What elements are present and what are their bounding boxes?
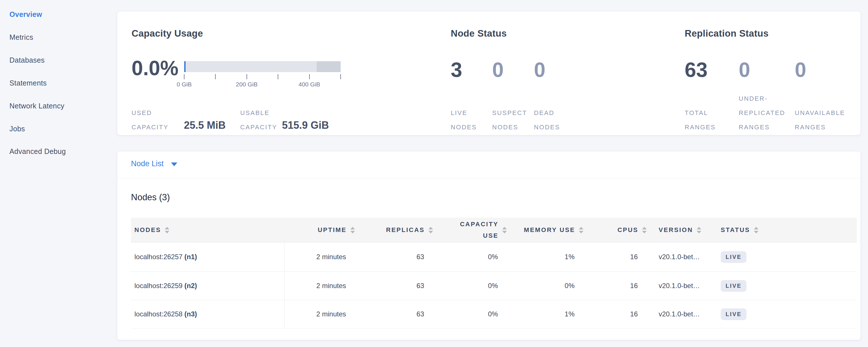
gauge-tick	[184, 74, 184, 79]
gauge-tick	[340, 74, 341, 79]
gauge-tick	[309, 74, 310, 79]
col-header-capacity-use[interactable]: CAPACITYUSE	[460, 218, 507, 242]
gauge-tick	[278, 74, 278, 79]
cell-node-name[interactable]: localhost:26259 (n2)	[134, 272, 197, 300]
node-list-dropdown-label: Node List	[131, 159, 163, 168]
cell-cpus: 16	[630, 272, 638, 300]
sidebar-item-network-latency[interactable]: Network Latency	[9, 102, 64, 112]
replication-stat-label: UNAVAILABLERANGES	[795, 106, 845, 134]
cell-replicas: 63	[416, 242, 424, 272]
replication-stat-label: TOTALRANGES	[685, 106, 716, 134]
col-header-text: CAPACITYUSE	[460, 219, 498, 242]
nodes-table-body: localhost:26257 (n1)2 minutes630%1%16v20…	[131, 242, 857, 328]
sort-icon	[428, 227, 433, 233]
capacity-stat-value: 25.5 MiB	[184, 119, 226, 131]
replication-stat-label: UNDER-REPLICATEDRANGES	[739, 92, 785, 134]
cell-capacity-use: 0%	[488, 242, 498, 272]
cell-node-name[interactable]: localhost:26258 (n3)	[134, 300, 197, 328]
cell-node-name[interactable]: localhost:26257 (n1)	[134, 242, 197, 272]
sort-icon	[642, 227, 647, 233]
capacity-gauge	[184, 61, 341, 72]
cell-status: LIVE	[721, 272, 746, 300]
col-header-text: MEMORY USE	[524, 224, 575, 236]
col-header-status[interactable]: STATUS	[721, 218, 758, 242]
sidebar-item-metrics[interactable]: Metrics	[9, 33, 33, 43]
nodes-table-header: NODESUPTIMEREPLICASCAPACITYUSEMEMORY USE…	[131, 218, 857, 243]
sidebar: OverviewMetricsDatabasesStatementsNetwor…	[0, 0, 116, 347]
overview-page: OverviewMetricsDatabasesStatementsNetwor…	[0, 0, 868, 347]
capacity-stat-value: 515.9 GiB	[282, 119, 329, 131]
cell-cpus: 16	[630, 242, 638, 272]
replication-stat-value: 0	[739, 60, 750, 80]
gauge-tick	[247, 74, 247, 79]
col-header-replicas[interactable]: REPLICAS	[386, 218, 433, 242]
cell-memory-use: 0%	[564, 272, 575, 300]
col-header-text: REPLICAS	[386, 224, 425, 236]
replication-stat-value: 63	[685, 60, 708, 80]
gauge-used-indicator	[184, 61, 186, 72]
node-status-stat-label: DEADNODES	[534, 106, 560, 134]
col-header-text: STATUS	[721, 224, 750, 236]
cell-version: v20.1.0-bet…	[659, 300, 700, 328]
sort-icon	[350, 227, 355, 233]
sidebar-item-databases[interactable]: Databases	[9, 56, 44, 66]
col-header-text: VERSION	[659, 224, 693, 236]
sidebar-item-overview[interactable]: Overview	[9, 10, 42, 20]
col-header-memory-use[interactable]: MEMORY USE	[524, 218, 583, 242]
cell-status: LIVE	[721, 242, 746, 272]
cell-uptime: 2 minutes	[316, 272, 346, 300]
capacity-stat-label: USEDCAPACITY	[131, 106, 168, 134]
cluster-summary-card: Capacity Usage 0.0% 0 GiB200 GiB400 GiB …	[117, 11, 861, 135]
cell-memory-use: 1%	[564, 242, 575, 272]
cell-status: LIVE	[721, 300, 746, 328]
gauge-tick-label: 200 GiB	[236, 81, 258, 88]
col-header-cpus[interactable]: CPUS	[617, 218, 647, 242]
table-row: localhost:26257 (n1)2 minutes630%1%16v20…	[131, 242, 857, 272]
node-status-stat-value: 3	[451, 60, 462, 80]
chevron-down-icon	[171, 162, 177, 166]
replication-stat-value: 0	[795, 60, 806, 80]
gauge-reserved-segment	[317, 61, 341, 72]
sidebar-item-jobs[interactable]: Jobs	[9, 125, 25, 134]
sort-icon	[697, 227, 701, 233]
sidebar-item-statements[interactable]: Statements	[9, 79, 46, 89]
nodes-heading: Nodes (3)	[131, 192, 170, 202]
table-row: localhost:26259 (n2)2 minutes630%0%16v20…	[131, 272, 857, 300]
cell-cpus: 16	[630, 300, 638, 328]
status-badge: LIVE	[721, 280, 746, 292]
status-badge: LIVE	[721, 251, 746, 263]
col-header-text: CPUS	[617, 224, 638, 236]
cell-memory-use: 1%	[564, 300, 575, 328]
capacity-stat-label: USABLECAPACITY	[240, 106, 277, 134]
node-status-stat-label: SUSPECTNODES	[492, 106, 527, 134]
status-badge: LIVE	[721, 308, 746, 320]
capacity-percent-value: 0.0%	[131, 58, 179, 78]
node-status-stat-label: LIVENODES	[451, 106, 477, 134]
cell-capacity-use: 0%	[488, 300, 498, 328]
gauge-tick-label: 400 GiB	[299, 81, 320, 88]
node-status-stat-value: 0	[534, 60, 546, 80]
node-list-card: Node List Nodes (3) NODESUPTIMEREPLICASC…	[117, 151, 861, 340]
col-header-uptime[interactable]: UPTIME	[318, 218, 355, 242]
sort-icon	[502, 227, 507, 233]
gauge-tick	[215, 74, 216, 79]
node-list-dropdown[interactable]: Node List	[131, 159, 177, 168]
cell-version: v20.1.0-bet…	[659, 242, 700, 272]
cell-capacity-use: 0%	[488, 272, 498, 300]
col-header-text: UPTIME	[318, 224, 347, 236]
card-divider	[117, 178, 861, 178]
sidebar-item-advanced-debug[interactable]: Advanced Debug	[9, 147, 66, 157]
cell-uptime: 2 minutes	[316, 300, 346, 328]
col-header-version[interactable]: VERSION	[659, 218, 701, 242]
sort-icon	[754, 227, 758, 233]
col-header-nodes[interactable]: NODES	[134, 218, 169, 242]
sort-icon	[579, 227, 583, 233]
col-header-text: NODES	[134, 224, 161, 236]
cell-uptime: 2 minutes	[316, 242, 346, 272]
column-divider	[284, 242, 285, 328]
cell-replicas: 63	[416, 272, 424, 300]
replication-status-title: Replication Status	[685, 28, 769, 39]
node-status-title: Node Status	[451, 28, 507, 39]
cell-version: v20.1.0-bet…	[659, 272, 700, 300]
gauge-tick-label: 0 GiB	[177, 81, 192, 88]
